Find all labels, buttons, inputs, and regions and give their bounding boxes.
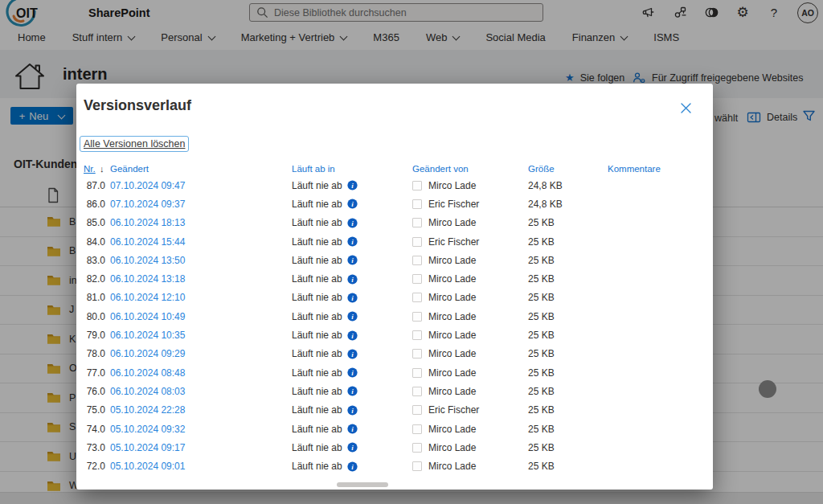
version-row: 81.0 06.10.2024 12:10 Läuft nie ab i Mir… <box>84 289 706 307</box>
presence-checkbox[interactable] <box>412 330 422 340</box>
presence-checkbox[interactable] <box>412 424 422 434</box>
version-date-link[interactable]: 06.10.2024 09:29 <box>110 348 185 359</box>
modified-by-name: Mirco Lade <box>428 217 476 228</box>
info-icon[interactable]: i <box>347 293 358 303</box>
modified-by-name: Mirco Lade <box>428 330 476 341</box>
modified-by-name: Mirco Lade <box>428 442 476 453</box>
column-header-expires[interactable]: Läuft ab in <box>292 164 412 174</box>
horizontal-scrollbar-thumb[interactable] <box>337 482 388 487</box>
presence-checkbox[interactable] <box>412 218 422 227</box>
expiry-label: Läuft nie ab <box>292 424 342 435</box>
info-icon[interactable]: i <box>347 274 358 285</box>
presence-checkbox[interactable] <box>412 256 422 265</box>
info-icon[interactable]: i <box>347 218 358 228</box>
version-number: 85.0 <box>84 217 110 228</box>
presence-checkbox[interactable] <box>412 274 422 284</box>
info-icon[interactable]: i <box>347 311 358 322</box>
info-icon[interactable]: i <box>347 386 358 396</box>
modified-by-name: Mirco Lade <box>428 424 476 435</box>
presence-checkbox[interactable] <box>412 443 422 453</box>
version-date-link[interactable]: 06.10.2024 15:44 <box>110 236 185 248</box>
info-icon[interactable]: i <box>347 199 358 209</box>
expiry-label: Läuft nie ab <box>292 311 342 322</box>
dialog-title: Versionsverlauf <box>84 97 191 114</box>
sort-descending-icon: ↓ <box>100 164 104 174</box>
version-date-link[interactable]: 06.10.2024 12:10 <box>110 292 185 303</box>
modified-by-name: Eric Fischer <box>428 236 479 248</box>
expiry-label: Läuft nie ab <box>292 217 342 228</box>
presence-checkbox[interactable] <box>412 181 422 191</box>
info-icon[interactable]: i <box>347 180 358 191</box>
version-date-link[interactable]: 05.10.2024 22:28 <box>110 404 185 416</box>
delete-all-versions-button[interactable]: Alle Versionen löschen <box>80 136 189 152</box>
version-date-link[interactable]: 05.10.2024 09:17 <box>110 442 185 453</box>
version-table-header: Nr. ↓ Geändert Läuft ab in Geändert von … <box>84 164 706 174</box>
version-date-link[interactable]: 07.10.2024 09:47 <box>110 180 185 191</box>
expiry-label: Läuft nie ab <box>292 236 342 248</box>
version-size: 24,8 KB <box>528 199 608 210</box>
column-header-size[interactable]: Größe <box>528 164 608 174</box>
presence-checkbox[interactable] <box>412 293 422 302</box>
version-row: 84.0 06.10.2024 15:44 Läuft nie ab i Eri… <box>84 232 706 251</box>
version-date-link[interactable]: 06.10.2024 08:48 <box>110 367 185 379</box>
modified-by-name: Mirco Lade <box>428 367 476 379</box>
close-icon <box>681 103 691 113</box>
version-size: 25 KB <box>528 217 608 228</box>
presence-checkbox[interactable] <box>412 405 422 415</box>
version-size: 25 KB <box>528 273 608 285</box>
version-date-link[interactable]: 06.10.2024 13:50 <box>110 255 185 266</box>
version-date-link[interactable]: 06.10.2024 08:03 <box>110 386 185 397</box>
expiry-label: Läuft nie ab <box>292 330 342 341</box>
version-row: 77.0 06.10.2024 08:48 Läuft nie ab i Mir… <box>84 363 706 382</box>
info-icon[interactable]: i <box>347 405 358 416</box>
presence-checkbox[interactable] <box>412 368 422 378</box>
version-date-link[interactable]: 05.10.2024 09:32 <box>110 424 185 435</box>
version-number: 82.0 <box>84 273 110 285</box>
modified-by-name: Mirco Lade <box>428 180 476 191</box>
info-icon[interactable]: i <box>347 255 358 265</box>
presence-checkbox[interactable] <box>412 349 422 359</box>
modified-by-name: Mirco Lade <box>428 311 476 322</box>
close-button[interactable] <box>679 101 692 114</box>
version-row: 86.0 07.10.2024 09:37 Läuft nie ab i Eri… <box>84 195 706 213</box>
version-date-link[interactable]: 06.10.2024 10:49 <box>110 311 185 322</box>
version-row: 76.0 06.10.2024 08:03 Läuft nie ab i Mir… <box>84 382 706 400</box>
info-icon[interactable]: i <box>347 461 358 472</box>
column-header-nr[interactable]: Nr. ↓ <box>84 164 110 174</box>
version-number: 84.0 <box>84 236 110 248</box>
column-header-modified-by[interactable]: Geändert von <box>412 164 528 174</box>
version-date-link[interactable]: 07.10.2024 09:37 <box>110 199 185 210</box>
info-icon[interactable]: i <box>347 367 358 378</box>
presence-checkbox[interactable] <box>412 312 422 322</box>
info-icon[interactable]: i <box>347 442 358 453</box>
version-row: 75.0 05.10.2024 22:28 Läuft nie ab i Eri… <box>84 401 706 420</box>
presence-checkbox[interactable] <box>412 199 422 209</box>
version-size: 25 KB <box>528 442 608 453</box>
version-date-link[interactable]: 06.10.2024 13:18 <box>110 273 185 285</box>
version-number: 76.0 <box>84 386 110 397</box>
expiry-label: Läuft nie ab <box>292 199 342 210</box>
info-icon[interactable]: i <box>347 236 358 247</box>
info-icon[interactable]: i <box>347 424 358 434</box>
nr-header-label: Nr. <box>84 164 96 174</box>
version-size: 25 KB <box>528 236 608 248</box>
expiry-label: Läuft nie ab <box>292 367 342 379</box>
version-date-link[interactable]: 06.10.2024 10:35 <box>110 330 185 341</box>
column-header-comments[interactable]: Kommentare <box>608 164 706 174</box>
version-row: 74.0 05.10.2024 09:32 Läuft nie ab i Mir… <box>84 420 706 438</box>
presence-checkbox[interactable] <box>412 461 422 471</box>
modified-by-name: Mirco Lade <box>428 386 476 397</box>
version-number: 83.0 <box>84 255 110 266</box>
presence-checkbox[interactable] <box>412 387 422 396</box>
version-date-link[interactable]: 05.10.2024 09:01 <box>110 461 185 472</box>
version-size: 25 KB <box>528 386 608 397</box>
info-icon[interactable]: i <box>347 349 358 359</box>
version-date-link[interactable]: 06.10.2024 18:13 <box>110 217 185 228</box>
presence-checkbox[interactable] <box>412 237 422 247</box>
info-icon[interactable]: i <box>347 330 358 341</box>
version-row: 73.0 05.10.2024 09:17 Läuft nie ab i Mir… <box>84 438 706 457</box>
expiry-label: Läuft nie ab <box>292 273 342 285</box>
version-number: 87.0 <box>84 180 110 191</box>
column-header-modified[interactable]: Geändert <box>110 164 292 174</box>
expiry-label: Läuft nie ab <box>292 461 342 472</box>
